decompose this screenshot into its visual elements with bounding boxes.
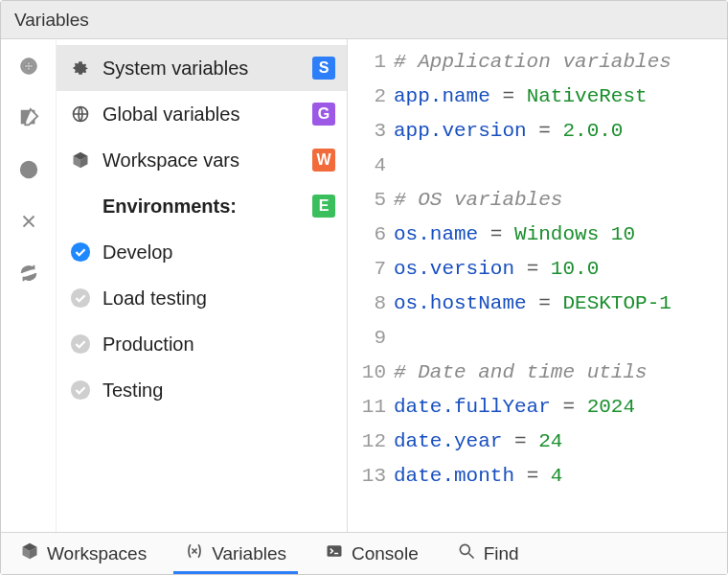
- check-circle-icon: [70, 288, 91, 309]
- close-icon: [18, 211, 39, 232]
- cube-icon: [20, 541, 39, 565]
- plus-circle-icon: [18, 56, 39, 77]
- check-circle-icon: [70, 380, 91, 401]
- code-line: app.version = 2.0.0: [394, 114, 727, 149]
- action-toolbar: [1, 39, 57, 532]
- svg-rect-2: [24, 65, 33, 67]
- scope-badge: S: [312, 57, 335, 80]
- line-number: 11: [348, 390, 386, 425]
- refresh-icon: [18, 263, 39, 284]
- line-number: 4: [348, 149, 386, 183]
- environments-heading: Environments:: [102, 196, 301, 218]
- svg-point-9: [71, 380, 90, 400]
- cube-icon: [70, 150, 91, 171]
- editor-gutter: 12345678910111213: [348, 45, 394, 532]
- scope-item-global-variables[interactable]: Global variablesG: [57, 91, 347, 137]
- tab-find[interactable]: Find: [438, 533, 538, 574]
- environment-item-production[interactable]: Production: [57, 321, 347, 367]
- gear-icon: [70, 58, 91, 79]
- globe-icon: [70, 104, 91, 125]
- add-button[interactable]: [15, 53, 42, 80]
- tab-console[interactable]: Console: [306, 533, 438, 574]
- scope-badge: G: [312, 103, 335, 126]
- scope-label: System variables: [102, 58, 301, 80]
- environments-badge: E: [312, 195, 335, 218]
- check-circle-icon: [70, 334, 91, 355]
- line-number: 6: [348, 218, 386, 252]
- check-circle-icon: [70, 242, 91, 263]
- edit-button[interactable]: [15, 104, 42, 131]
- environment-item-load-testing[interactable]: Load testing: [57, 275, 347, 321]
- environments-heading-row: Environments:E: [57, 183, 347, 229]
- code-line: # Application variables: [394, 45, 727, 80]
- environment-item-develop[interactable]: Develop: [57, 229, 347, 275]
- var-icon: [185, 541, 204, 565]
- window-body: System variablesSGlobal variablesGWorksp…: [1, 39, 727, 532]
- scope-label: Global variables: [102, 104, 301, 126]
- line-number: 7: [348, 252, 386, 287]
- editor-content[interactable]: # Application variablesapp.name = Native…: [394, 45, 727, 532]
- variables-window: Variables System variablesSGlobal variab…: [0, 0, 728, 575]
- tab-label: Variables: [212, 543, 286, 564]
- code-line: # Date and time utils: [394, 356, 727, 390]
- svg-point-8: [71, 334, 90, 354]
- code-editor[interactable]: 12345678910111213 # Application variable…: [348, 39, 727, 532]
- confirm-button[interactable]: [15, 156, 42, 183]
- code-line: app.name = NativeRest: [394, 80, 727, 114]
- environment-label: Testing: [102, 380, 163, 402]
- environment-item-testing[interactable]: Testing: [57, 367, 347, 413]
- environment-label: Load testing: [102, 288, 207, 310]
- tab-variables[interactable]: Variables: [166, 533, 306, 574]
- environment-label: Production: [102, 334, 194, 356]
- svg-rect-10: [328, 545, 342, 557]
- code-line: # OS variables: [394, 183, 727, 218]
- refresh-button[interactable]: [15, 260, 42, 287]
- code-line: os.hostName = DESKTOP-1: [394, 287, 727, 321]
- code-line: date.fullYear = 2024: [394, 390, 727, 425]
- footer-tabs: WorkspacesVariablesConsoleFind: [1, 532, 727, 574]
- line-number: 3: [348, 114, 386, 149]
- search-icon: [457, 541, 476, 565]
- titlebar: Variables: [1, 1, 727, 39]
- code-line: [394, 149, 727, 183]
- code-line: os.name = Windows 10: [394, 218, 727, 252]
- tab-workspaces[interactable]: Workspaces: [1, 533, 166, 574]
- window-title: Variables: [14, 10, 89, 31]
- line-number: 10: [348, 356, 386, 390]
- scope-label: Workspace vars: [102, 150, 301, 172]
- line-number: 13: [348, 459, 386, 494]
- console-icon: [325, 541, 344, 565]
- line-number: 9: [348, 321, 386, 356]
- svg-point-7: [71, 288, 90, 308]
- scope-badge: W: [312, 149, 335, 172]
- tab-label: Console: [352, 543, 419, 564]
- scope-item-workspace-vars[interactable]: Workspace varsW: [57, 137, 347, 183]
- sidebar: System variablesSGlobal variablesGWorksp…: [57, 39, 348, 532]
- line-number: 1: [348, 45, 386, 80]
- line-number: 12: [348, 425, 386, 459]
- tab-label: Workspaces: [47, 543, 147, 564]
- code-line: date.year = 24: [394, 425, 727, 459]
- tab-label: Find: [484, 543, 519, 564]
- environment-label: Develop: [102, 242, 172, 264]
- line-number: 2: [348, 80, 386, 114]
- svg-point-11: [460, 544, 469, 554]
- edit-icon: [18, 107, 39, 128]
- check-circle-icon: [18, 159, 39, 180]
- scope-item-system-variables[interactable]: System variablesS: [57, 45, 347, 91]
- svg-point-6: [71, 242, 90, 262]
- code-line: [394, 321, 727, 356]
- line-number: 8: [348, 287, 386, 321]
- delete-button[interactable]: [15, 208, 42, 235]
- code-line: date.month = 4: [394, 459, 727, 494]
- code-line: os.version = 10.0: [394, 252, 727, 287]
- line-number: 5: [348, 183, 386, 218]
